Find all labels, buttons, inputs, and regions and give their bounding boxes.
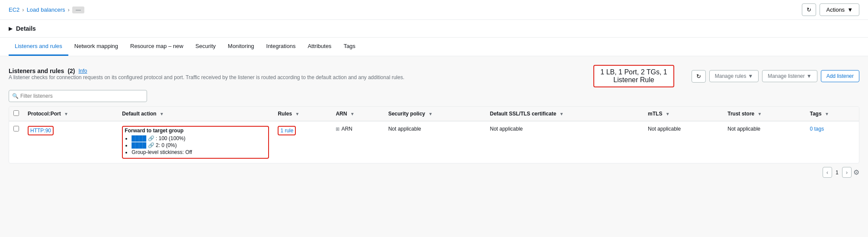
- actions-label: Actions: [826, 6, 845, 13]
- info-button[interactable]: Info: [79, 68, 87, 74]
- tabs-bar: Listeners and rules Network mapping Reso…: [0, 38, 868, 56]
- target-group-1-link[interactable]: ████: [131, 135, 146, 141]
- next-page-button[interactable]: ›: [842, 167, 852, 178]
- breadcrumb-sep1: ›: [22, 6, 24, 13]
- top-bar: EC2 › Load balancers › — ↻ Actions ▼: [0, 0, 868, 20]
- tags-sort-icon[interactable]: ▼: [825, 112, 829, 116]
- tab-security[interactable]: Security: [189, 38, 222, 56]
- callout-box: 1 LB, 1 Port, 2 TGs, 1 Listener Rule: [593, 65, 674, 87]
- ssl-cert-sort-icon[interactable]: ▼: [559, 112, 564, 116]
- actions-chevron-icon: ▼: [847, 6, 853, 13]
- section-header: Listeners and rules (2) Info A listener …: [9, 65, 859, 87]
- breadcrumb-ec2[interactable]: EC2: [9, 6, 19, 13]
- table-header-default-ssl-cert: Default SSL/TLS certificate ▼: [486, 107, 644, 121]
- table-settings-button[interactable]: ⚙: [853, 168, 859, 176]
- target-group-1-value: : 100 (100%): [156, 135, 186, 141]
- rules-sort-icon[interactable]: ▼: [295, 112, 299, 116]
- default-action-list: ████ 🔗 : 100 (100%) ████ 🔗 2: 0 (0%) G: [125, 135, 266, 155]
- tab-resource-map[interactable]: Resource map – new: [124, 38, 189, 56]
- breadcrumb-load-balancers[interactable]: Load balancers: [27, 6, 65, 13]
- manage-listener-label: Manage listener: [768, 73, 804, 79]
- row-protocol-port-cell: HTTP:90: [23, 121, 118, 163]
- tab-listeners-rules[interactable]: Listeners and rules: [9, 38, 68, 56]
- row-checkbox-cell: [9, 121, 23, 163]
- row-security-policy-cell: Not applicable: [384, 121, 486, 163]
- default-action-title: Forward to target group: [125, 128, 266, 134]
- arn-text: ARN: [341, 126, 352, 132]
- content-area: Listeners and rules (2) Info A listener …: [0, 56, 868, 186]
- details-arrow-icon: ▶: [9, 26, 13, 32]
- breadcrumb: EC2 › Load balancers › —: [9, 6, 84, 13]
- filter-search-icon: 🔍: [12, 93, 19, 99]
- table-header-protocol-port: Protocol:Port ▼: [23, 107, 118, 121]
- section-actions: ↻ Manage rules ▼ Manage listener ▼ Add l…: [692, 70, 859, 83]
- default-action-stickiness: Group-level stickiness: Off: [131, 149, 266, 155]
- target-group-1-icon: 🔗: [148, 135, 154, 141]
- tab-attributes[interactable]: Attributes: [301, 38, 337, 56]
- details-section[interactable]: ▶ Details: [0, 20, 868, 38]
- section-title-row: Listeners and rules (2) Info: [9, 67, 576, 74]
- protocol-port-sort-icon[interactable]: ▼: [64, 112, 68, 116]
- table-header-rules: Rules ▼: [273, 107, 331, 121]
- protocol-port-highlight: HTTP:90: [28, 126, 54, 135]
- tab-integrations[interactable]: Integrations: [260, 38, 302, 56]
- arn-copy-icon: ⊞: [336, 126, 340, 132]
- mtls-sort-icon[interactable]: ▼: [666, 112, 670, 116]
- row-mtls-cell: Not applicable: [644, 121, 723, 163]
- table-header-tags: Tags ▼: [806, 107, 859, 121]
- default-action-item2: ████ 🔗 2: 0 (0%): [131, 142, 266, 148]
- protocol-port-link[interactable]: HTTP:90: [30, 128, 51, 134]
- manage-rules-chevron-icon: ▼: [748, 73, 753, 79]
- default-action-item1: ████ 🔗 : 100 (100%): [131, 135, 266, 141]
- manage-listener-button[interactable]: Manage listener ▼: [762, 70, 817, 82]
- table-select-all-checkbox[interactable]: [13, 110, 19, 116]
- prev-page-button[interactable]: ‹: [823, 167, 832, 178]
- tab-tags[interactable]: Tags: [337, 38, 361, 56]
- target-group-2-value: 2: 0 (0%): [156, 142, 177, 148]
- filter-listeners-input[interactable]: [9, 90, 147, 102]
- pagination: ‹ 1 › ⚙: [9, 167, 859, 178]
- tags-link[interactable]: 0 tags: [810, 126, 824, 132]
- filter-input-wrap: 🔍: [9, 90, 147, 102]
- row-checkbox[interactable]: [13, 126, 19, 131]
- tab-network-mapping[interactable]: Network mapping: [68, 38, 124, 56]
- section-refresh-button[interactable]: ↻: [692, 70, 706, 83]
- add-listener-button[interactable]: Add listener: [821, 70, 859, 82]
- row-tags-cell: 0 tags: [806, 121, 859, 163]
- refresh-icon: ↻: [807, 6, 811, 13]
- section-count: (2): [67, 67, 75, 74]
- callout-line2: Listener Rule: [600, 76, 667, 84]
- section-description: A listener checks for connection request…: [9, 74, 576, 80]
- rules-link[interactable]: 1 rule: [280, 128, 293, 134]
- table-header-arn: ARN ▼: [331, 107, 384, 121]
- tab-monitoring[interactable]: Monitoring: [222, 38, 260, 56]
- manage-rules-button[interactable]: Manage rules ▼: [709, 70, 759, 82]
- arn-sort-icon[interactable]: ▼: [350, 112, 355, 116]
- listeners-table-wrap: Protocol:Port ▼ Default action ▼ Rules ▼…: [9, 106, 859, 163]
- row-default-action-cell: Forward to target group ████ 🔗 : 100 (10…: [118, 121, 273, 163]
- section-title-text: Listeners and rules: [9, 67, 64, 74]
- table-header-security-policy: Security policy ▼: [384, 107, 486, 121]
- arn-content: ⊞ ARN: [336, 126, 379, 132]
- target-group-2-icon: 🔗: [148, 142, 154, 148]
- table-header-mtls: mTLS ▼: [644, 107, 723, 121]
- filter-bar: 🔍: [9, 90, 859, 102]
- top-actions: ↻ Actions ▼: [802, 3, 859, 16]
- page-number: 1: [834, 170, 840, 176]
- row-default-ssl-cert-cell: Not applicable: [486, 121, 644, 163]
- security-policy-sort-icon[interactable]: ▼: [428, 112, 432, 116]
- table-header-default-action: Default action ▼: [118, 107, 273, 121]
- table-header-checkbox-cell: [9, 107, 23, 121]
- rules-highlight: 1 rule: [278, 126, 296, 135]
- refresh-button[interactable]: ↻: [802, 3, 816, 16]
- row-arn-cell: ⊞ ARN: [331, 121, 384, 163]
- target-group-2-link[interactable]: ████: [131, 142, 146, 148]
- actions-button[interactable]: Actions ▼: [820, 3, 859, 16]
- default-action-sort-icon[interactable]: ▼: [160, 112, 164, 116]
- breadcrumb-current: —: [72, 6, 84, 13]
- trust-store-sort-icon[interactable]: ▼: [758, 112, 762, 116]
- breadcrumb-sep2: ›: [68, 6, 70, 13]
- default-action-highlight: Forward to target group ████ 🔗 : 100 (10…: [122, 126, 269, 159]
- table-header-trust-store: Trust store ▼: [723, 107, 805, 121]
- table-row: HTTP:90 Forward to target group ████ 🔗 :…: [9, 121, 859, 163]
